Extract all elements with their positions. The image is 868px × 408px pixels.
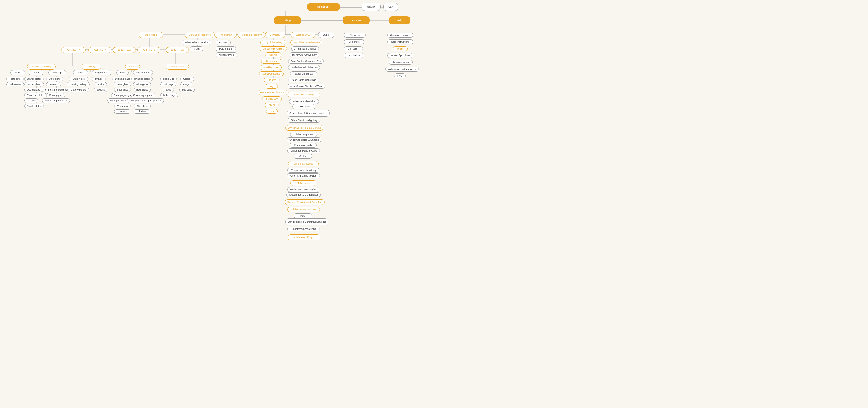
cake-plate-node[interactable]: Cake plate xyxy=(46,77,63,81)
other-christmas-textiles-node[interactable]: Other Christmas textiles xyxy=(287,173,320,178)
disney-jul-node[interactable]: Disney Jul Anniversary xyxy=(289,53,319,57)
care-instructions-node[interactable]: Care instructions xyxy=(388,39,413,44)
dreams-node[interactable]: Dreams xyxy=(264,78,280,82)
customers-service-node[interactable]: Customers service xyxy=(388,33,413,37)
terms-of-purchase-node[interactable]: Terms of purchase xyxy=(388,53,413,58)
our-christmas-tableware-node[interactable]: Our Christmas tableware xyxy=(290,40,322,45)
glass-node[interactable]: Glass xyxy=(125,64,140,70)
santa-christmas-node[interactable]: Santa Christmas xyxy=(259,71,283,76)
marianne-node[interactable]: Marianne royal blue xyxy=(259,46,287,51)
mugs-node[interactable]: Mugs xyxy=(180,82,192,87)
spoons-node[interactable]: Spoons xyxy=(94,88,107,92)
jugs-node[interactable]: Jugs xyxy=(162,88,174,92)
poinsettias-node[interactable]: Poinsettias xyxy=(292,104,315,109)
serving-jars-node[interactable]: Serving jars xyxy=(46,93,65,97)
dinner-plates-node[interactable]: Dinner plates xyxy=(25,77,44,81)
beer-glass-node[interactable]: Beer glass xyxy=(114,88,131,92)
champagne-glass2-node[interactable]: Champagne glass xyxy=(131,93,155,97)
sparkling-rose-node[interactable]: Sparkling rose xyxy=(260,65,282,70)
collection5-node[interactable]: Collection 5 xyxy=(166,47,189,53)
christmas-mugs-node[interactable]: Christmas Mugs & Cups xyxy=(287,148,320,153)
homepage-node[interactable]: Homepage xyxy=(307,3,340,11)
drinking-glass-node[interactable]: Drinking glass xyxy=(112,77,133,81)
plates2-node[interactable]: Plates xyxy=(25,98,38,103)
sets-node[interactable]: Sets xyxy=(10,70,25,75)
milk-jug-node[interactable]: Milk jugs xyxy=(160,82,176,87)
christmas-memories-node[interactable]: Christmas memories xyxy=(291,46,319,51)
aasa-santas-white-node[interactable]: Åasa Santas Christmas White xyxy=(288,84,325,89)
withdrawal-guarantee-node[interactable]: Withdrawal and guarantee xyxy=(385,67,419,71)
kitchen-towels-node[interactable]: Kitchen towels xyxy=(216,53,237,57)
like-node[interactable]: Like xyxy=(266,109,278,114)
seed-jug-node[interactable]: Seed jugs xyxy=(160,77,177,81)
mulled-wine-node[interactable]: Mulled wine xyxy=(290,180,316,186)
glass-sulk-node[interactable]: sulk xyxy=(116,70,129,75)
about-us-node[interactable]: About us xyxy=(344,33,366,37)
christmas-lighting-node[interactable]: Christmas lighting xyxy=(288,92,320,97)
shop-node[interactable]: Shop xyxy=(274,16,301,25)
disney-decoration-node[interactable]: Disney - Decoration & Porcelain xyxy=(285,199,324,205)
former-node[interactable]: Former xyxy=(216,40,230,45)
other-christmas-lighting-node[interactable]: Other Christmas lighting xyxy=(288,118,320,123)
plate-serving-node[interactable]: Plate and serving xyxy=(27,64,56,70)
the-glass-node[interactable]: The glass xyxy=(114,104,131,108)
search-node[interactable]: Search xyxy=(362,3,380,11)
deep-plates-node[interactable]: Deep plates xyxy=(25,88,42,92)
aasa-santas-red-node[interactable]: Åasa Santas Christmas Red xyxy=(288,59,324,64)
coffee-node[interactable]: Coffee xyxy=(293,154,312,158)
tablecloths-node[interactable]: Tablecloths & napkins xyxy=(182,40,212,45)
plate-sets-node[interactable]: Plate sets xyxy=(6,77,24,81)
christmas-gift-tips-node[interactable]: Christmas gift tips xyxy=(288,234,320,240)
servings-node[interactable]: Servings xyxy=(49,70,66,75)
christmas-decorations-header-node[interactable]: Christmas decorations xyxy=(287,207,320,212)
christmas-decorations2-node[interactable]: Christmas decorations xyxy=(287,227,320,231)
platter-node[interactable]: Platter xyxy=(46,82,61,87)
my-moment-node[interactable]: My moment xyxy=(261,59,281,64)
faq-node[interactable]: FAQ xyxy=(394,74,406,78)
campaign-node[interactable]: Campaign xyxy=(344,46,363,51)
cutlery-node[interactable]: Cutlery xyxy=(82,64,101,70)
cutlery-single-items-node[interactable]: single items xyxy=(92,70,112,75)
glogg-node[interactable]: Glöggmugg & Glöggkruset xyxy=(286,192,320,197)
jugs-mugs-node[interactable]: Jugs & Mugs xyxy=(166,64,189,70)
collection3-node[interactable]: Collection 3 xyxy=(113,47,136,53)
mingle-plates-node[interactable]: Mingle plates xyxy=(25,104,44,108)
old-fashioned-node[interactable]: Old-fashioned Christmas xyxy=(288,65,320,70)
aasa-santa-node[interactable]: Åasa Santas Christmas xyxy=(258,90,288,95)
cutlery-set-node[interactable]: Cutlery set xyxy=(69,77,88,81)
lily-valley-node[interactable]: Lily of the valley xyxy=(260,40,286,45)
starter-plates-node[interactable]: Starter plates xyxy=(25,82,44,87)
drinking-glass2-node[interactable]: Drinking glass xyxy=(131,77,153,81)
julshop-node[interactable]: Julshop 2021 xyxy=(291,32,315,38)
glaciers-node[interactable]: Glaciers xyxy=(114,109,130,114)
cutlery-sets-node[interactable]: sets xyxy=(73,70,88,75)
pots-pans-node[interactable]: Pots & pans xyxy=(216,46,236,51)
glass-single-items-node[interactable]: single items xyxy=(133,70,153,75)
serving-accessories-node[interactable]: Serving accessories xyxy=(185,32,215,38)
christmas-bowls-node[interactable]: Christmas bowls xyxy=(289,143,317,148)
cutlery-series-node[interactable]: Cutlery series xyxy=(67,88,89,92)
the-kitchen-node[interactable]: The kitchen xyxy=(215,32,237,38)
santa-christmas2-node[interactable]: Santa Christmas xyxy=(290,71,317,76)
christmas-porcelain-node[interactable]: Christmas Porcelain & Serving xyxy=(285,125,323,130)
knives-node[interactable]: Knives xyxy=(92,77,106,81)
beer-glass2-node[interactable]: Beer glass xyxy=(134,88,151,92)
mulled-wine-acc-node[interactable]: Mulled wine accessories xyxy=(287,187,319,192)
terms-node[interactable]: Terms xyxy=(393,46,408,51)
my-al-node[interactable]: My al xyxy=(265,103,279,108)
candlesticks-lanterns-node[interactable]: Candlesticks & Christmas Lanterns xyxy=(285,218,329,226)
collection4-node[interactable]: Collection 4 xyxy=(137,47,160,53)
christmas-textiles-node[interactable]: Christmas textiles xyxy=(288,161,319,167)
candlesticks-christmas-lanterns-node[interactable]: Candlesticks & Christmas Lanterns xyxy=(287,110,330,117)
collection1-node[interactable]: Collections 1 xyxy=(61,47,86,53)
glaciers2-node[interactable]: Glaciers xyxy=(134,109,150,114)
wine-glass-node[interactable]: Wine glass xyxy=(114,82,131,87)
help-node[interactable]: Help xyxy=(389,16,410,25)
inspiration-node[interactable]: Inspiration xyxy=(344,53,364,58)
forks-node[interactable]: Forks xyxy=(95,82,107,87)
copper-node[interactable]: Copper xyxy=(180,77,194,81)
collections-node[interactable]: Collections xyxy=(138,32,163,38)
payment-terms-node[interactable]: Payment terms xyxy=(389,60,413,65)
salt-pepper-node[interactable]: Salt & Pepper Cakes xyxy=(42,98,70,103)
furnishing-node[interactable]: Furnishing (decor ?) xyxy=(238,32,265,38)
